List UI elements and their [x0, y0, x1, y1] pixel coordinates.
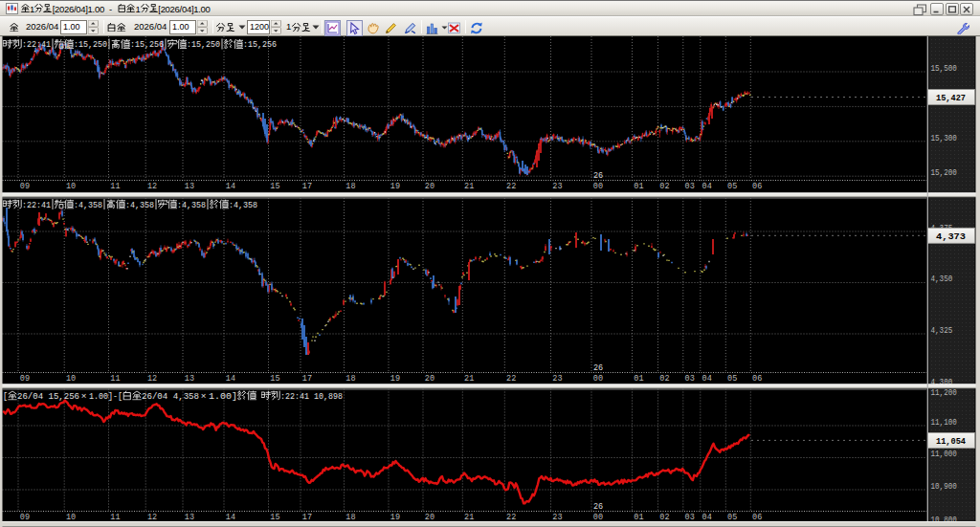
svg-text:19: 19 — [390, 373, 400, 384]
svg-text:02: 02 — [659, 373, 669, 384]
svg-text::22:41 10,898: :22:41 10,898 — [280, 391, 343, 402]
svg-text:15,300: 15,300 — [931, 134, 957, 143]
svg-text:15: 15 — [270, 373, 279, 384]
svg-text:18: 18 — [345, 181, 355, 191]
svg-text:1.00]: 1.00] — [209, 391, 237, 402]
svg-text:10: 10 — [66, 373, 76, 384]
svg-text:01: 01 — [634, 181, 644, 191]
svg-text:06: 06 — [752, 373, 762, 384]
svg-text:×: × — [201, 391, 207, 402]
svg-text:21: 21 — [464, 512, 475, 522]
svg-text:22: 22 — [506, 512, 516, 522]
svg-text:01: 01 — [634, 512, 644, 522]
svg-text::22:41: :22:41 — [22, 39, 51, 50]
svg-text:04: 04 — [702, 512, 713, 522]
svg-text:05: 05 — [727, 181, 737, 191]
svg-text:22: 22 — [506, 181, 516, 191]
svg-text:1.00]-[: 1.00]-[ — [89, 391, 122, 402]
svg-text::15,250: :15,250 — [187, 39, 220, 50]
svg-text:23: 23 — [552, 373, 562, 384]
svg-text:26: 26 — [593, 501, 603, 512]
svg-text:23: 23 — [552, 512, 562, 522]
svg-text:11,100: 11,100 — [931, 418, 957, 428]
svg-text:19: 19 — [390, 181, 400, 191]
svg-text:09: 09 — [20, 181, 30, 191]
svg-text:09: 09 — [20, 512, 30, 522]
svg-text:21: 21 — [464, 181, 475, 191]
svg-text:4,350: 4,350 — [931, 274, 953, 284]
svg-text:19: 19 — [390, 512, 400, 522]
svg-text:26: 26 — [593, 362, 603, 373]
svg-text:10: 10 — [66, 512, 76, 522]
svg-text:10,900: 10,900 — [931, 482, 957, 492]
svg-text:06: 06 — [752, 181, 762, 191]
svg-text:20: 20 — [425, 373, 434, 384]
svg-text:13: 13 — [185, 181, 194, 191]
svg-text:03: 03 — [685, 181, 695, 191]
svg-text:18: 18 — [345, 373, 355, 384]
svg-text:15: 15 — [270, 512, 279, 522]
svg-text:01: 01 — [634, 373, 644, 384]
svg-text:13: 13 — [185, 512, 194, 522]
svg-text:11: 11 — [110, 512, 121, 522]
svg-text:22: 22 — [506, 373, 516, 384]
svg-text:26: 26 — [593, 170, 603, 181]
svg-text:14: 14 — [226, 512, 236, 522]
svg-text:00: 00 — [593, 512, 603, 522]
svg-text:12: 12 — [147, 181, 157, 191]
svg-text:17: 17 — [302, 373, 312, 384]
svg-text::15,256: :15,256 — [243, 39, 277, 50]
svg-text:20: 20 — [425, 512, 434, 522]
svg-text:×: × — [81, 391, 87, 402]
svg-text::4,358: :4,358 — [74, 200, 102, 210]
svg-text:05: 05 — [727, 512, 737, 522]
svg-text:21: 21 — [464, 373, 475, 384]
svg-text:12: 12 — [147, 512, 157, 522]
svg-text:15,200: 15,200 — [931, 168, 957, 178]
svg-text:17: 17 — [302, 181, 312, 191]
svg-text::22:41: :22:41 — [22, 200, 51, 210]
svg-text:4,325: 4,325 — [931, 326, 953, 336]
svg-text:15: 15 — [270, 181, 279, 191]
svg-text:12: 12 — [147, 373, 157, 384]
svg-text:09: 09 — [20, 373, 30, 384]
svg-text::4,358: :4,358 — [229, 200, 257, 210]
svg-text:23: 23 — [552, 181, 562, 191]
svg-text::4,358: :4,358 — [177, 200, 206, 210]
svg-text:15,500: 15,500 — [931, 64, 957, 74]
svg-text:17: 17 — [302, 512, 312, 522]
svg-text:00: 00 — [593, 181, 603, 191]
svg-text:02: 02 — [659, 512, 669, 522]
svg-text:00: 00 — [593, 373, 603, 384]
svg-text:15,427: 15,427 — [936, 93, 966, 103]
svg-text:10: 10 — [66, 181, 76, 191]
svg-text:13: 13 — [185, 373, 194, 384]
svg-text:11: 11 — [110, 373, 121, 384]
svg-text:11: 11 — [110, 181, 121, 191]
svg-text:14: 14 — [226, 181, 236, 191]
svg-text:14: 14 — [226, 373, 236, 384]
svg-text:[: [ — [3, 391, 8, 402]
svg-text:11,054: 11,054 — [936, 436, 966, 447]
svg-text::15,250: :15,250 — [74, 39, 107, 50]
svg-text:18: 18 — [345, 512, 355, 522]
svg-text::15,256: :15,256 — [130, 39, 164, 50]
svg-text:04: 04 — [702, 373, 713, 384]
svg-text:05: 05 — [727, 373, 737, 384]
svg-text:11,200: 11,200 — [931, 388, 957, 398]
svg-text:02: 02 — [659, 181, 669, 191]
svg-text:26/04 15,256: 26/04 15,256 — [17, 391, 79, 402]
svg-text:11,000: 11,000 — [931, 450, 957, 459]
svg-text:20: 20 — [425, 181, 434, 191]
svg-text:04: 04 — [702, 181, 713, 191]
svg-text:06: 06 — [752, 512, 762, 522]
svg-text:4,373: 4,373 — [936, 231, 966, 242]
svg-text::4,358: :4,358 — [125, 200, 154, 210]
svg-text:03: 03 — [685, 373, 695, 384]
svg-text:26/04 4,358: 26/04 4,358 — [142, 391, 199, 402]
svg-text:03: 03 — [685, 512, 695, 522]
